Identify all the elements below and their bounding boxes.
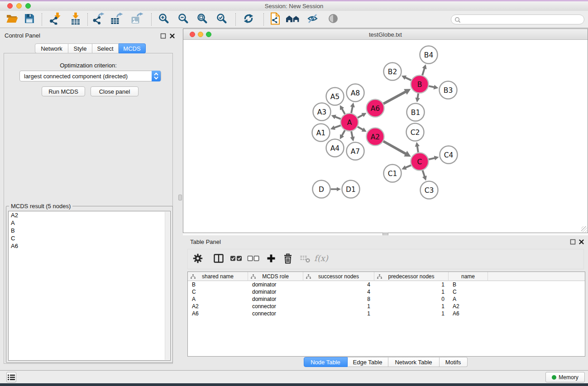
graph-edge-B-B2[interactable] xyxy=(402,76,411,81)
show-graphics-details-icon[interactable] xyxy=(328,13,339,26)
select-all-icon[interactable] xyxy=(230,255,243,264)
tab-network-table[interactable]: Network Table xyxy=(388,357,440,367)
graph-edge-A-A5[interactable] xyxy=(340,105,345,114)
mcds-result-item[interactable]: A2 xyxy=(9,211,170,219)
graph-edge-B-B3[interactable] xyxy=(429,85,438,89)
close-panel-button[interactable]: Close panel xyxy=(91,86,139,96)
show-columns-icon[interactable] xyxy=(213,253,224,266)
save-session-icon[interactable] xyxy=(24,13,35,26)
graph-node-D1[interactable]: D1 xyxy=(342,181,360,198)
window-resize-grip[interactable] xyxy=(581,226,587,232)
cell-predecessor-nodes[interactable]: 1 xyxy=(374,288,449,295)
delete-row-trash-icon[interactable] xyxy=(283,253,293,266)
mcds-result-item[interactable]: B xyxy=(9,227,170,234)
table-row[interactable]: Cdominator41C xyxy=(188,288,585,295)
tab-node-table[interactable]: Node Table xyxy=(304,357,348,367)
network-graph[interactable]: B4B2BB3A8A5A6A3B1AC2A1A2A4A7C4CC1DD1C3 xyxy=(183,40,588,233)
graph-node-A2[interactable]: A2 xyxy=(367,128,384,146)
add-row-icon[interactable] xyxy=(266,253,277,266)
close-table-panel-icon[interactable] xyxy=(578,238,585,245)
zoom-fit-icon[interactable] xyxy=(197,13,208,26)
cell-predecessor-nodes[interactable]: 1 xyxy=(374,281,449,288)
float-table-panel-icon[interactable] xyxy=(570,238,576,245)
network-file-icon[interactable] xyxy=(270,12,281,27)
cell-mcds-role[interactable]: connector xyxy=(248,303,303,310)
tab-select[interactable]: Select xyxy=(92,43,119,53)
search-input[interactable] xyxy=(462,15,581,24)
import-network-icon[interactable] xyxy=(49,13,61,27)
graph-edge-A-A6[interactable] xyxy=(358,113,367,118)
cell-successor-nodes[interactable]: 8 xyxy=(303,295,374,303)
cell-mcds-role[interactable]: connector xyxy=(248,310,303,317)
export-network-icon[interactable] xyxy=(93,13,105,26)
graph-edge-C-C2[interactable] xyxy=(415,142,420,152)
graph-edge-A-A7[interactable] xyxy=(350,131,355,141)
cell-mcds-role[interactable]: dominator xyxy=(248,288,303,295)
graph-edge-C-C1[interactable] xyxy=(402,165,411,170)
float-panel-icon[interactable] xyxy=(160,33,167,39)
tab-edge-table[interactable]: Edge Table xyxy=(348,357,388,367)
graph-edge-A-A3[interactable] xyxy=(331,114,341,119)
graph-edge-D-D1[interactable] xyxy=(331,187,341,191)
graph-node-A8[interactable]: A8 xyxy=(347,84,364,102)
graph-edge-B-B4[interactable] xyxy=(422,64,427,75)
export-table-icon[interactable] xyxy=(111,13,123,26)
tab-motifs[interactable]: Motifs xyxy=(440,357,468,367)
graph-node-A1[interactable]: A1 xyxy=(312,124,330,142)
show-all-networks-icon[interactable] xyxy=(286,14,300,25)
vertical-divider-grip[interactable] xyxy=(178,195,182,200)
run-mcds-button[interactable]: Run MCDS xyxy=(42,86,85,96)
zoom-in-icon[interactable] xyxy=(158,13,169,26)
table-row[interactable]: Bdominator41B xyxy=(188,281,585,288)
cell-predecessor-nodes[interactable]: 1 xyxy=(374,310,449,317)
graph-node-A6[interactable]: A6 xyxy=(367,100,384,117)
cell-predecessor-nodes[interactable]: 1 xyxy=(374,303,449,310)
column-header-predecessor-nodes[interactable]: predecessor nodes xyxy=(374,272,449,281)
graph-node-A[interactable]: A xyxy=(341,114,359,131)
mcds-result-item[interactable]: C xyxy=(9,234,170,242)
cell-name[interactable]: A xyxy=(449,295,488,303)
graph-node-C2[interactable]: C2 xyxy=(406,124,424,141)
cell-mcds-role[interactable]: dominator xyxy=(248,281,303,288)
column-header-mcds-role[interactable]: MCDS role xyxy=(248,272,303,281)
cell-successor-nodes[interactable]: 1 xyxy=(303,310,374,317)
mcds-result-item[interactable]: A6 xyxy=(9,242,170,250)
cell-name[interactable]: A6 xyxy=(449,310,488,317)
memory-button[interactable]: Memory xyxy=(545,372,585,382)
graph-node-B[interactable]: B xyxy=(411,76,429,93)
scrollbar-track[interactable] xyxy=(165,212,170,360)
graph-edge-A-A4[interactable] xyxy=(340,130,345,139)
table-row[interactable]: A2connector11A2 xyxy=(188,303,585,310)
cell-successor-nodes[interactable]: 1 xyxy=(303,303,374,310)
cell-name[interactable]: B xyxy=(449,281,488,288)
network-canvas[interactable]: B4B2BB3A8A5A6A3B1AC2A1A2A4A7C4CC1DD1C3 xyxy=(183,40,588,233)
graph-edge-A6-B[interactable] xyxy=(383,89,411,104)
show-task-history-button[interactable] xyxy=(6,372,16,382)
cell-mcds-role[interactable]: dominator xyxy=(248,295,303,303)
graph-node-D[interactable]: D xyxy=(313,181,330,198)
zoom-selected-icon[interactable] xyxy=(216,13,227,26)
cell-shared-name[interactable]: B xyxy=(188,281,248,288)
open-session-icon[interactable] xyxy=(6,13,19,26)
cell-predecessor-nodes[interactable]: 0 xyxy=(374,295,449,303)
graph-node-C1[interactable]: C1 xyxy=(384,165,402,182)
delete-table-icon[interactable] xyxy=(300,253,311,265)
graph-node-B3[interactable]: B3 xyxy=(440,81,457,99)
settings-gear-icon[interactable] xyxy=(192,253,203,266)
cell-successor-nodes[interactable]: 4 xyxy=(303,288,374,295)
tab-style[interactable]: Style xyxy=(68,43,92,53)
table-row[interactable]: A6connector11A6 xyxy=(188,310,585,317)
tab-network[interactable]: Network xyxy=(35,43,68,53)
graph-edge-A-A8[interactable] xyxy=(350,103,355,113)
graph-node-B4[interactable]: B4 xyxy=(420,46,438,64)
graph-node-B1[interactable]: B1 xyxy=(407,104,425,121)
import-table-icon[interactable] xyxy=(70,13,81,27)
graph-edge-C-C3[interactable] xyxy=(422,170,427,181)
graph-node-C3[interactable]: C3 xyxy=(421,181,438,199)
graph-node-A7[interactable]: A7 xyxy=(347,143,364,160)
cell-name[interactable]: A2 xyxy=(449,303,488,310)
cell-name[interactable]: C xyxy=(449,288,488,295)
graph-edge-A-A1[interactable] xyxy=(330,125,341,130)
export-image-icon[interactable] xyxy=(131,13,143,26)
table-row[interactable]: Adominator80A xyxy=(188,295,585,303)
